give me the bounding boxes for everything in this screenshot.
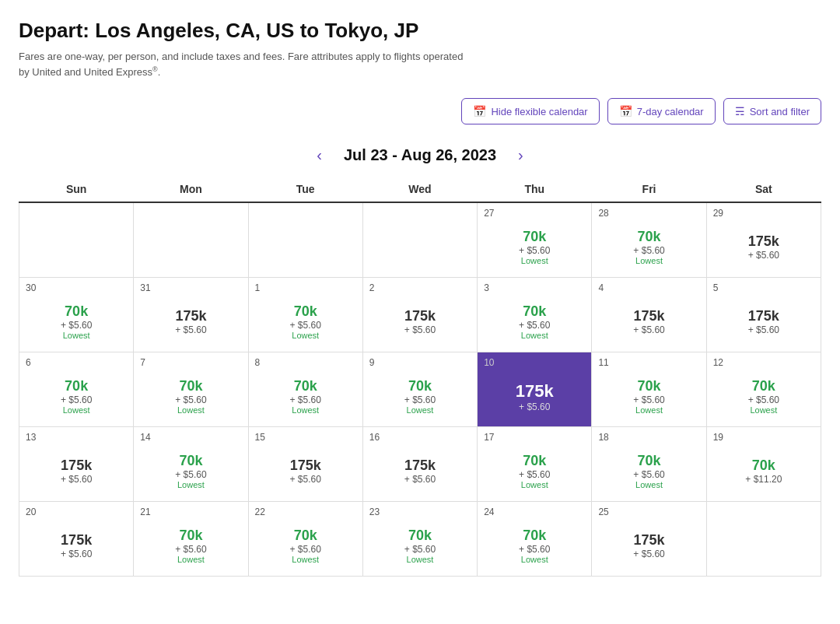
calendar-cell	[134, 202, 248, 278]
cell-fee: + $5.60	[519, 469, 550, 480]
calendar-cell[interactable]: 20175k+ $5.60	[19, 502, 134, 577]
cell-lowest-badge: Lowest	[635, 405, 663, 415]
calendar-cell[interactable]: 25175k+ $5.60	[592, 502, 706, 577]
calendar-cell[interactable]: 970k+ $5.60Lowest	[362, 352, 477, 427]
cell-miles: 70k	[408, 378, 432, 394]
cell-day-number: 14	[140, 432, 241, 443]
cell-fee: + $5.60	[633, 549, 664, 559]
cell-miles: 70k	[179, 378, 202, 394]
cell-day-number: 23	[369, 507, 471, 517]
cell-fee: + $11.20	[745, 474, 782, 485]
cell-miles: 70k	[179, 528, 202, 544]
cell-day-number: 1	[255, 282, 356, 293]
sort-filter-button[interactable]: ☴ Sort and filter	[723, 98, 821, 124]
cell-fee: + $5.60	[748, 394, 779, 405]
sort-filter-label: Sort and filter	[750, 106, 810, 117]
cell-fee: + $5.60	[748, 324, 779, 335]
cell-miles: 70k	[638, 453, 661, 469]
cell-day-number: 9	[369, 357, 471, 368]
dow-header-mon: Mon	[134, 177, 248, 202]
calendar-cell[interactable]: 1270k+ $5.60Lowest	[706, 352, 821, 427]
hide-calendar-label: Hide flexible calendar	[491, 106, 587, 117]
calendar-header: ‹ Jul 23 - Aug 26, 2023 ›	[19, 143, 821, 167]
calendar-cell[interactable]: 2170k+ $5.60Lowest	[134, 502, 248, 577]
cell-miles: 175k	[516, 381, 554, 401]
cell-miles: 70k	[638, 378, 661, 394]
cell-fee: + $5.60	[404, 324, 436, 335]
cell-miles: 175k	[175, 308, 206, 324]
cell-miles: 70k	[408, 528, 432, 544]
calendar-cell[interactable]: 770k+ $5.60Lowest	[134, 352, 248, 427]
hide-calendar-button[interactable]: 📅 Hide flexible calendar	[461, 98, 599, 124]
prev-month-button[interactable]: ‹	[310, 143, 328, 167]
calendar-cell[interactable]: 1970k+ $11.20	[706, 427, 821, 502]
calendar-cell[interactable]: 2270k+ $5.60Lowest	[248, 502, 362, 577]
cell-miles: 175k	[634, 308, 665, 324]
cell-lowest-badge: Lowest	[177, 405, 205, 415]
cell-day-number: 24	[484, 507, 585, 517]
cell-lowest-badge: Lowest	[63, 331, 90, 340]
calendar-cell[interactable]: 31175k+ $5.60	[134, 278, 248, 352]
calendar-cell[interactable]: 10175k+ $5.60	[478, 352, 592, 427]
calendar-cell[interactable]: 1770k+ $5.60Lowest	[478, 427, 592, 502]
seven-day-calendar-button[interactable]: 📅 7-day calendar	[607, 98, 716, 124]
cell-fee: + $5.60	[290, 474, 321, 485]
cell-miles: 175k	[748, 233, 779, 250]
cell-fee: + $5.60	[748, 250, 779, 261]
calendar-cell[interactable]: 2175k+ $5.60	[362, 278, 477, 352]
calendar-cell[interactable]: 2870k+ $5.60Lowest	[592, 202, 706, 278]
next-month-button[interactable]: ›	[512, 143, 530, 167]
calendar-cell	[248, 202, 362, 278]
calendar-cell[interactable]: 1870k+ $5.60Lowest	[592, 427, 706, 502]
cell-fee: + $5.60	[290, 544, 321, 555]
cell-fee: + $5.60	[61, 549, 92, 559]
cell-fee: + $5.60	[519, 401, 550, 412]
calendar-cell[interactable]: 15175k+ $5.60	[248, 427, 362, 502]
calendar-cell[interactable]: 13175k+ $5.60	[19, 427, 134, 502]
cell-fee: + $5.60	[404, 474, 436, 485]
calendar-cell[interactable]: 1170k+ $5.60Lowest	[592, 352, 706, 427]
calendar-cell[interactable]: 370k+ $5.60Lowest	[478, 278, 592, 352]
cell-miles: 70k	[752, 378, 775, 394]
calendar-cell[interactable]: 170k+ $5.60Lowest	[248, 278, 362, 352]
cell-lowest-badge: Lowest	[292, 405, 319, 415]
cell-miles: 70k	[294, 378, 317, 394]
calendar-cell[interactable]: 5175k+ $5.60	[706, 278, 821, 352]
cell-miles: 70k	[752, 457, 775, 474]
cell-day-number: 27	[484, 208, 585, 219]
seven-day-label: 7-day calendar	[637, 106, 704, 117]
cell-miles: 70k	[179, 453, 202, 469]
calendar-cell[interactable]: 2470k+ $5.60Lowest	[478, 502, 592, 577]
cell-miles: 70k	[65, 378, 88, 394]
cell-miles: 175k	[61, 532, 92, 549]
cell-fee: + $5.60	[519, 544, 550, 555]
cell-lowest-badge: Lowest	[407, 555, 434, 564]
cell-lowest-badge: Lowest	[177, 480, 205, 489]
calendar-body: 2770k+ $5.60Lowest2870k+ $5.60Lowest2917…	[19, 202, 821, 577]
subtitle: Fares are one-way, per person, and inclu…	[19, 49, 470, 79]
calendar-cell[interactable]: 2370k+ $5.60Lowest	[362, 502, 477, 577]
calendar-cell[interactable]: 3070k+ $5.60Lowest	[19, 278, 134, 352]
calendar-cell[interactable]: 870k+ $5.60Lowest	[248, 352, 362, 427]
cell-lowest-badge: Lowest	[521, 480, 548, 489]
calendar-cell[interactable]: 1470k+ $5.60Lowest	[134, 427, 248, 502]
cell-fee: + $5.60	[290, 394, 321, 405]
calendar-cell[interactable]: 2770k+ $5.60Lowest	[478, 202, 592, 278]
cell-miles: 70k	[294, 303, 317, 320]
cell-miles: 175k	[404, 457, 436, 474]
calendar-cell[interactable]: 670k+ $5.60Lowest	[19, 352, 134, 427]
cell-fee: + $5.60	[633, 324, 664, 335]
cell-miles: 70k	[65, 303, 88, 320]
cell-lowest-badge: Lowest	[521, 555, 548, 564]
cell-fee: + $5.60	[61, 474, 92, 485]
calendar-cell[interactable]: 4175k+ $5.60	[592, 278, 706, 352]
cell-fee: + $5.60	[290, 320, 321, 331]
calendar-cell[interactable]: 29175k+ $5.60	[706, 202, 821, 278]
calendar-cell	[706, 502, 821, 577]
dow-header-tue: Tue	[248, 177, 362, 202]
cell-lowest-badge: Lowest	[521, 331, 548, 340]
cell-miles: 175k	[61, 457, 92, 474]
calendar-cell[interactable]: 16175k+ $5.60	[362, 427, 477, 502]
cell-day-number: 16	[369, 432, 471, 443]
dow-header-sun: Sun	[19, 177, 134, 202]
